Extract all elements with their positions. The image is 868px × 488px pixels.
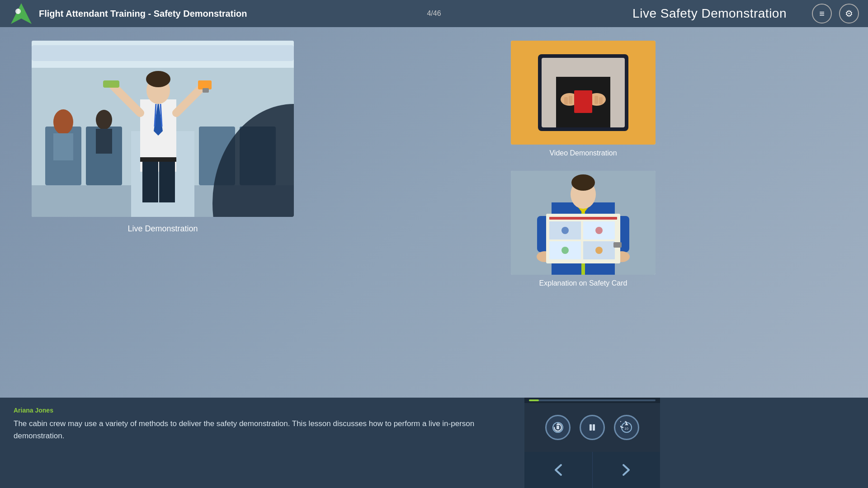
bottom-bar: Ariana Jones The cabin crew may use a va… [0,398,868,488]
svg-rect-37 [574,90,592,113]
settings-icon: ⚙ [845,8,853,19]
svg-rect-41 [599,97,603,104]
rewind-icon: 10 [620,421,633,434]
main-image[interactable] [32,41,294,217]
video-demo-image[interactable] [511,41,656,145]
transcript-text: The cabin crew may use a variety of meth… [14,418,493,442]
svg-point-47 [571,174,595,191]
playback-controls: 10 [524,403,660,452]
logo-area: Flight Attendant Training - Safety Demon… [9,1,247,26]
progress-fill [529,399,539,401]
replay-icon [552,421,564,434]
safety-card-svg [511,171,656,275]
svg-rect-23 [159,162,175,202]
pause-button[interactable] [580,415,605,440]
svg-text:10: 10 [624,427,628,431]
left-panel: Live Demonstration [27,41,298,384]
svg-rect-65 [557,426,559,429]
prev-button[interactable] [524,452,593,488]
svg-rect-67 [593,424,595,431]
svg-point-12 [53,109,73,135]
svg-point-14 [96,110,112,130]
svg-rect-21 [140,157,176,162]
svg-rect-22 [142,162,158,202]
svg-rect-28 [103,80,119,88]
main-image-label: Live Demonstration [127,224,198,234]
svg-point-59 [595,227,603,234]
menu-button[interactable]: ≡ [812,4,832,23]
menu-icon: ≡ [819,9,825,19]
svg-marker-0 [11,3,32,24]
safety-card-container: Explanation on Safety Card [326,171,841,287]
video-demo-container: Video Demonstration [326,41,841,157]
svg-rect-40 [594,96,598,104]
svg-rect-66 [590,424,592,431]
header-title: Flight Attendant Training - Safety Demon… [39,9,247,19]
slide-counter: 4/46 [427,9,441,18]
svg-point-25 [146,71,170,87]
progress-bar-row [524,398,660,403]
nav-controls [524,452,660,488]
right-panel: Video Demonstration [326,41,841,384]
header-lesson-title: Live Safety Demonstration [632,6,787,21]
svg-rect-38 [564,97,568,104]
svg-rect-30 [203,88,209,93]
header: Flight Attendant Training - Safety Demon… [0,0,868,27]
video-demo-label: Video Demonstration [549,149,617,157]
progress-track[interactable] [529,399,656,401]
next-button[interactable] [593,452,660,488]
svg-marker-69 [625,423,628,425]
rewind-button[interactable]: 10 [614,415,639,440]
pause-icon [586,421,599,434]
svg-rect-5 [32,45,294,61]
logo-icon [9,1,33,26]
safety-card-image[interactable] [511,171,656,275]
transcript-area: Ariana Jones The cabin crew may use a va… [0,398,524,488]
svg-point-61 [595,247,603,254]
header-icons: ≡ ⚙ [812,4,859,23]
live-demo-image [32,41,294,217]
next-icon [619,463,633,477]
svg-rect-13 [53,133,73,160]
replay-button[interactable] [545,415,571,440]
safety-card-label: Explanation on Safety Card [539,279,627,287]
video-demo-svg [511,41,656,145]
narrator-name: Ariana Jones [14,407,511,414]
main-content: Live Demonstration [0,27,868,398]
svg-rect-39 [569,96,572,104]
svg-rect-53 [549,217,617,220]
settings-button[interactable]: ⚙ [839,4,859,23]
prev-icon [551,463,566,477]
svg-rect-15 [96,129,112,154]
svg-point-60 [561,247,569,254]
svg-point-58 [561,227,569,234]
svg-rect-62 [613,242,622,248]
controls-area: 10 [524,398,660,488]
